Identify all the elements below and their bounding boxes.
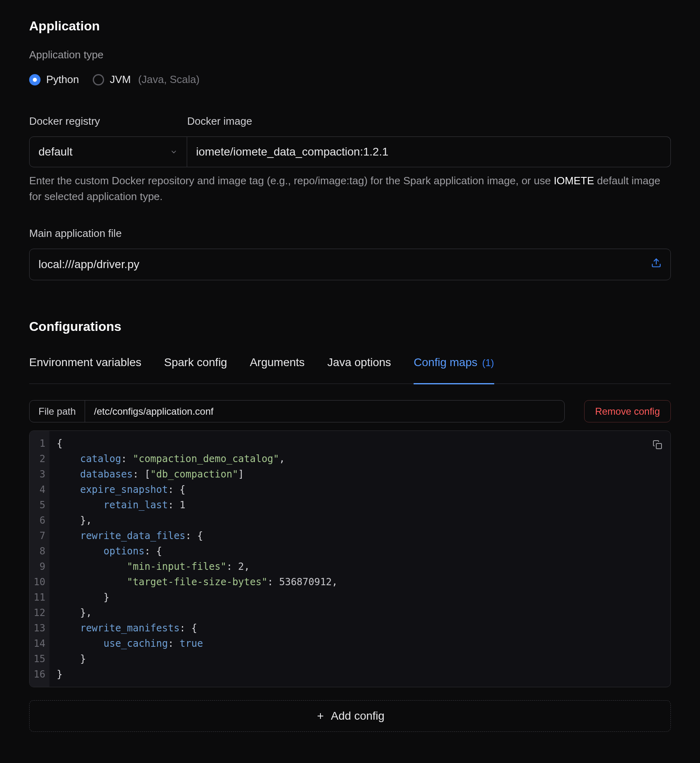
tab-arguments[interactable]: Arguments [250,347,305,384]
file-path-field: File path [29,400,565,422]
radio-jvm-hint: (Java, Scala) [138,72,200,87]
configurations-heading: Configurations [29,317,671,336]
copy-icon[interactable] [653,438,662,454]
tab-config-maps[interactable]: Config maps (1) [414,347,494,384]
docker-helper-text: Enter the custom Docker repository and i… [29,173,671,205]
radio-jvm-label: JVM [110,72,131,87]
add-config-button[interactable]: Add config [29,700,671,732]
radio-circle-icon [29,74,41,85]
code-gutter: 12345678910111213141516 [30,431,49,687]
docker-registry-select[interactable]: default [29,136,187,167]
upload-icon[interactable] [651,257,662,273]
tab-spark-config[interactable]: Spark config [164,347,227,384]
docker-image-label: Docker image [187,113,671,129]
application-type-radios: Python JVM (Java, Scala) [29,72,671,87]
plus-icon [316,711,325,721]
tab-env-variables[interactable]: Environment variables [29,347,141,384]
config-tabs: Environment variables Spark config Argum… [29,347,671,384]
tab-java-options[interactable]: Java options [327,347,391,384]
chevron-down-icon [170,148,178,156]
docker-image-input[interactable] [187,136,671,167]
radio-circle-icon [93,74,104,85]
code-content[interactable]: { catalog: "compaction_demo_catalog", da… [49,431,670,687]
config-code-editor[interactable]: 12345678910111213141516 { catalog: "comp… [29,431,671,687]
file-path-label: File path [30,401,85,422]
add-config-label: Add config [331,708,384,725]
file-path-input[interactable] [85,401,564,422]
radio-jvm[interactable]: JVM (Java, Scala) [93,72,200,87]
svg-rect-1 [656,443,662,449]
main-file-input[interactable] [38,258,651,271]
docker-registry-value: default [38,143,73,160]
application-type-label: Application type [29,47,671,63]
remove-config-button[interactable]: Remove config [584,400,671,422]
main-file-label: Main application file [29,226,671,241]
radio-python[interactable]: Python [29,72,79,87]
application-heading: Application [29,16,671,36]
docker-registry-label: Docker registry [29,113,187,129]
radio-python-label: Python [46,72,79,87]
